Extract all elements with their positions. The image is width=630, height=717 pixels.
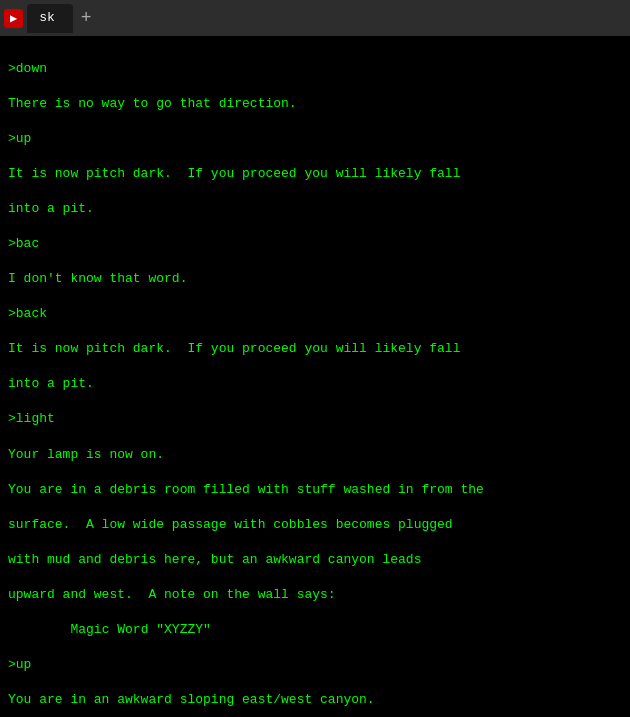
- terminal-output: Magic Word "XYZZY": [8, 621, 622, 639]
- terminal-output: It is now pitch dark. If you proceed you…: [8, 340, 622, 358]
- terminal-command: >down: [8, 60, 622, 78]
- terminal-output: You are in an awkward sloping east/west …: [8, 691, 622, 709]
- terminal-command: >light: [8, 410, 622, 428]
- terminal-command: >back: [8, 305, 622, 323]
- terminal-output: It is now pitch dark. If you proceed you…: [8, 165, 622, 183]
- terminal-command: >up: [8, 130, 622, 148]
- terminal-output: into a pit.: [8, 375, 622, 393]
- terminal-output: I don't know that word.: [8, 270, 622, 288]
- terminal-output: with mud and debris here, but an awkward…: [8, 551, 622, 569]
- terminal-output: into a pit.: [8, 200, 622, 218]
- add-tab-button[interactable]: +: [73, 6, 100, 30]
- tab-label: sk: [39, 10, 55, 25]
- terminal-output: Your lamp is now on.: [8, 446, 622, 464]
- terminal-output: upward and west. A note on the wall says…: [8, 586, 622, 604]
- terminal-command: >bac: [8, 235, 622, 253]
- terminal-output: There is no way to go that direction.: [8, 95, 622, 113]
- terminal-output: surface. A low wide passage with cobbles…: [8, 516, 622, 534]
- tab-sk[interactable]: sk: [27, 4, 73, 33]
- terminal-icon: ▶: [4, 9, 23, 28]
- terminal-command: >up: [8, 656, 622, 674]
- terminal-body[interactable]: >down There is no way to go that directi…: [0, 36, 630, 717]
- tab-bar: ▶ sk +: [0, 0, 630, 36]
- terminal-output: You are in a debris room filled with stu…: [8, 481, 622, 499]
